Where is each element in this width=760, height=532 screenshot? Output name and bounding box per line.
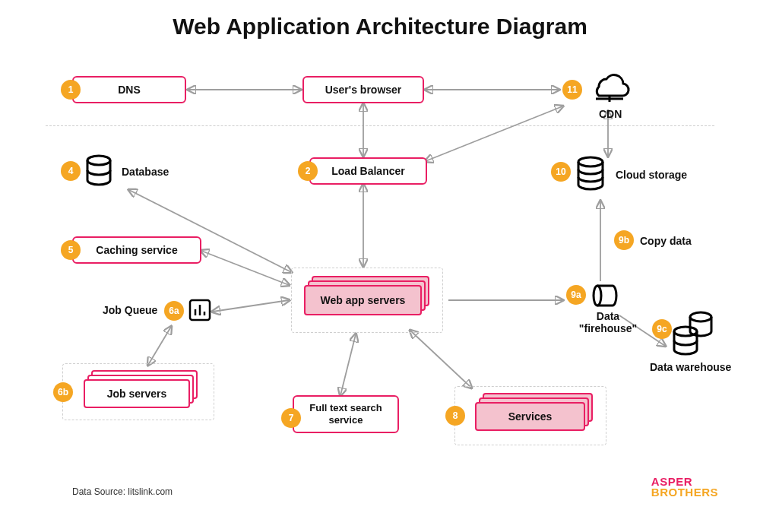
badge-warehouse: 9c bbox=[652, 319, 672, 339]
diagram-canvas: 1 DNS User's browser 11 CDN 4 Database 2… bbox=[0, 0, 760, 532]
badge-jobq: 6a bbox=[164, 301, 184, 321]
node-lb-label: Load Balancer bbox=[331, 165, 404, 177]
badge-dns: 1 bbox=[61, 80, 81, 100]
node-jobq-label: Job Queue bbox=[103, 304, 157, 316]
node-db-label: Database bbox=[122, 166, 169, 178]
badge-jobsrv: 6b bbox=[53, 382, 73, 402]
badge-cloudstor: 10 bbox=[551, 162, 571, 182]
node-jobsrv: Job servers bbox=[84, 370, 205, 412]
node-firehose-label: Data "firehouse" bbox=[578, 310, 638, 334]
node-search-label: Full text search service bbox=[294, 402, 397, 426]
svg-line-10 bbox=[340, 334, 356, 395]
node-webapp-label: Web app servers bbox=[321, 294, 406, 306]
node-jobsrv-label: Job servers bbox=[107, 388, 167, 400]
node-lb: Load Balancer bbox=[309, 157, 427, 185]
bar-chart-icon bbox=[188, 299, 211, 325]
node-cache: Caching service bbox=[72, 236, 201, 264]
badge-search: 7 bbox=[281, 408, 301, 428]
barrel-icon bbox=[591, 283, 619, 312]
node-services-label: Services bbox=[508, 410, 553, 423]
cloud-cdn-icon bbox=[585, 68, 631, 108]
badge-services: 8 bbox=[445, 406, 465, 426]
cloud-storage-icon bbox=[574, 156, 607, 195]
svg-point-24 bbox=[690, 312, 711, 321]
svg-point-18 bbox=[578, 157, 603, 166]
badge-firehose: 9a bbox=[566, 285, 586, 305]
node-services: Services bbox=[475, 393, 597, 435]
node-cdn-label: CDN bbox=[599, 108, 622, 120]
node-cloudstor-label: Cloud storage bbox=[616, 169, 687, 181]
node-webapp: Web app servers bbox=[304, 276, 433, 318]
node-browser-label: User's browser bbox=[325, 84, 402, 96]
badge-lb: 2 bbox=[298, 161, 318, 181]
badge-cdn: 11 bbox=[562, 80, 582, 100]
node-dns-label: DNS bbox=[118, 84, 141, 96]
badge-cache: 5 bbox=[61, 240, 81, 260]
node-copydata-label: Copy data bbox=[640, 235, 692, 247]
svg-point-25 bbox=[674, 327, 697, 336]
svg-line-4 bbox=[426, 106, 562, 161]
database-icon bbox=[84, 154, 114, 191]
badge-copydata: 9b bbox=[614, 230, 634, 250]
svg-point-23 bbox=[594, 286, 601, 306]
node-cache-label: Caching service bbox=[96, 244, 177, 256]
svg-line-9 bbox=[148, 327, 171, 365]
svg-line-7 bbox=[201, 251, 289, 285]
node-warehouse-label: Data warehouse bbox=[650, 361, 731, 373]
node-search: Full text search service bbox=[293, 395, 399, 433]
svg-line-8 bbox=[213, 300, 289, 312]
warehouse-icon bbox=[669, 310, 717, 360]
badge-db: 4 bbox=[61, 161, 81, 181]
svg-line-11 bbox=[410, 331, 471, 388]
svg-point-17 bbox=[87, 156, 110, 165]
node-browser: User's browser bbox=[302, 76, 424, 103]
node-dns: DNS bbox=[72, 76, 186, 103]
